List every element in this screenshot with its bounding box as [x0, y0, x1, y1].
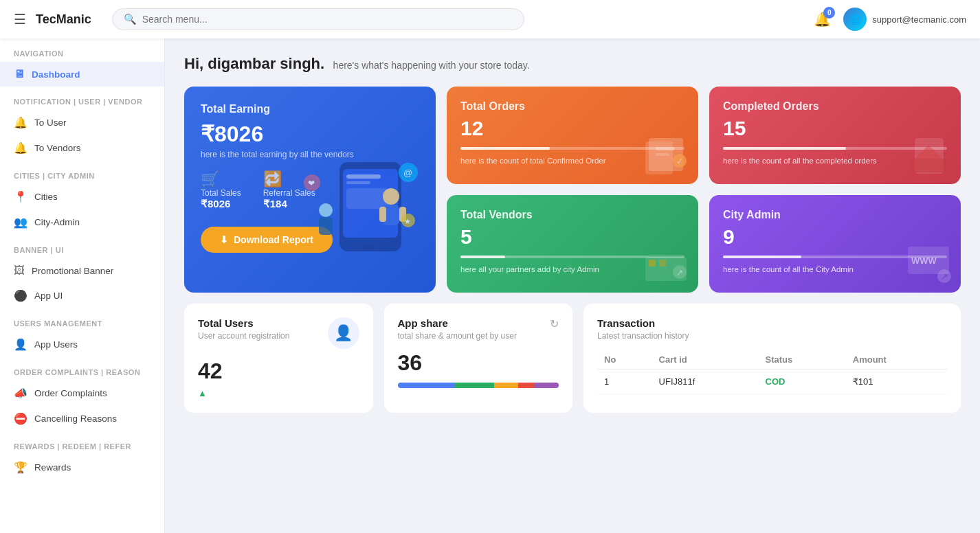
user-email: support@tecmanic.com	[872, 14, 966, 25]
orders-title: Total Orders	[460, 100, 684, 113]
topnav-right: 🔔 0 🌐 support@tecmanic.com	[814, 8, 966, 31]
app-share-multibar	[398, 383, 559, 388]
app-ui-icon: ⚫	[14, 289, 27, 302]
sidebar-item-dashboard[interactable]: 🖥 Dashboard	[0, 62, 164, 87]
sidebar-item-to-vendors[interactable]: 🔔 To Vendors	[0, 135, 164, 161]
app-share-sub: total share & amount get by user	[398, 331, 517, 341]
multibar-segment	[398, 383, 454, 388]
stats-grid: Total Earning ₹8026 here is the total ea…	[184, 87, 961, 293]
cancelling-reasons-icon: ⛔	[14, 412, 27, 425]
cityadmin-progress-fill	[723, 256, 801, 258]
avatar: 🌐	[843, 8, 867, 31]
order-complaints-icon: 📣	[14, 387, 27, 400]
sidebar-item-label-promotional-banner: Promotional Banner	[32, 266, 113, 276]
table-row: 1 UFIJ811f COD ₹101	[597, 370, 947, 394]
card-total-earning: Total Earning ₹8026 here is the total ea…	[184, 87, 436, 293]
card-app-share: App share total share & amount get by us…	[384, 304, 573, 413]
card-city-admin: City Admin 9 here is the count of all th…	[709, 195, 961, 293]
notif-badge: 0	[823, 7, 835, 19]
sidebar-item-label-to-user: To User	[34, 117, 67, 128]
sidebar-section-label: Users Management	[0, 308, 164, 332]
sidebar-item-label-app-ui: App UI	[34, 291, 63, 301]
sidebar-item-promotional-banner[interactable]: 🖼 Promotional Banner	[0, 258, 164, 283]
sidebar-item-label-rewards: Rewards	[34, 462, 71, 473]
sidebar-item-app-users[interactable]: 👤 App Users	[0, 332, 164, 357]
sidebar-section-label: Navigation	[0, 38, 164, 62]
sidebar-item-city-admin[interactable]: 👥 City-Admin	[0, 209, 164, 235]
promotional-banner-icon: 🖼	[14, 264, 25, 277]
svg-text:↗: ↗	[676, 268, 683, 277]
dashboard-icon: 🖥	[14, 68, 25, 80]
sidebar-item-label-dashboard: Dashboard	[32, 69, 80, 80]
sidebar: Navigation 🖥 Dashboard Notification | Us…	[0, 38, 165, 533]
sidebar-item-app-ui[interactable]: ⚫ App UI	[0, 283, 164, 308]
tx-no: 1	[597, 370, 652, 394]
sidebar-item-cancelling-reasons[interactable]: ⛔ Cancelling Reasons	[0, 406, 164, 431]
cities-icon: 📍	[14, 190, 27, 203]
cityadmin-title: City Admin	[723, 209, 947, 221]
to-user-icon: 🔔	[14, 116, 27, 129]
total-users-number: 42	[198, 359, 359, 384]
earning-title: Total Earning	[201, 103, 419, 115]
svg-text:★: ★	[404, 217, 411, 225]
sidebar-section-label: Rewards | Redeem | Refer	[0, 431, 164, 455]
refresh-icon[interactable]: ↻	[550, 317, 559, 330]
user-info[interactable]: 🌐 support@tecmanic.com	[843, 8, 966, 31]
sidebar-section-label: Banner | UI	[0, 235, 164, 258]
earning-illustration: @ ❤ ★	[291, 121, 429, 258]
card-total-vendors: Total Vendors 5 here all your partners a…	[447, 195, 698, 293]
sidebar-item-label-cities: Cities	[34, 192, 58, 202]
sidebar-item-order-complaints[interactable]: 📣 Order Complaints	[0, 381, 164, 406]
svg-rect-28	[649, 260, 656, 266]
sidebar-item-to-user[interactable]: 🔔 To User	[0, 110, 164, 135]
sidebar-section-label: Cities | City Admin	[0, 161, 164, 184]
hamburger-icon[interactable]: ☰	[14, 11, 26, 27]
tx-amount: ₹101	[846, 370, 947, 394]
search-icon: 🔍	[124, 13, 137, 25]
svg-text:↗: ↗	[941, 271, 948, 282]
svg-rect-29	[659, 260, 666, 266]
svg-text:✓: ✓	[676, 157, 683, 166]
tx-status: COD	[759, 370, 846, 394]
sidebar-item-label-app-users: App Users	[34, 339, 78, 350]
greeting-name: Hi, digambar singh.	[184, 55, 324, 72]
sidebar-item-label-to-vendors: To Vendors	[34, 143, 81, 153]
main-content: Hi, digambar singh. here's what's happen…	[165, 38, 980, 533]
sidebar-item-rewards[interactable]: 🏆 Rewards	[0, 455, 164, 480]
svg-rect-21	[656, 153, 669, 156]
tx-cart-id: UFIJ811f	[652, 370, 759, 394]
search-input[interactable]	[142, 14, 513, 25]
sidebar-item-cities[interactable]: 📍 Cities	[0, 184, 164, 209]
card-total-users: Total Users User account registration 👤 …	[184, 304, 373, 413]
svg-rect-20	[656, 147, 675, 150]
sidebar-section-label: Order Complaints | Reason	[0, 357, 164, 381]
card-transaction: Transaction Latest transaction history N…	[583, 304, 961, 413]
vendors-progress-fill	[460, 256, 505, 258]
to-vendors-icon: 🔔	[14, 141, 27, 155]
vendors-icon: ↗	[642, 243, 690, 284]
transaction-title: Transaction	[597, 317, 947, 329]
transaction-table: NoCart idStatusAmount 1 UFIJ811f COD ₹10…	[597, 350, 947, 394]
city-admin-icon: 👥	[14, 216, 27, 229]
tx-col-cart-id: Cart id	[652, 350, 759, 370]
total-users-title: Total Users	[198, 317, 289, 329]
trend-arrow: ▲	[198, 388, 207, 398]
svg-text:❤: ❤	[308, 179, 315, 188]
cityadmin-icon: WWW↗	[904, 243, 953, 284]
total-sales: 🛒 Total Sales ₹8026	[201, 170, 241, 210]
multibar-segment	[518, 383, 534, 388]
svg-rect-2	[360, 246, 374, 249]
completed-title: Completed Orders	[723, 100, 947, 113]
total-sales-value: ₹8026	[201, 198, 241, 210]
total-users-icon: 👤	[328, 317, 359, 349]
tx-col-amount: Amount	[846, 350, 947, 370]
brand-logo: TecManic	[36, 12, 91, 27]
svg-rect-3	[346, 174, 381, 179]
sidebar-section-label: Notification | User | Vendor	[0, 87, 164, 110]
app-share-number: 36	[398, 350, 559, 376]
svg-text:WWW: WWW	[911, 256, 937, 266]
tx-col-no: No	[597, 350, 652, 370]
notification-bell[interactable]: 🔔 0	[814, 11, 831, 27]
multibar-segment	[454, 383, 495, 388]
topnav: ☰ TecManic 🔍 🔔 0 🌐 support@tecmanic.com	[0, 0, 980, 38]
